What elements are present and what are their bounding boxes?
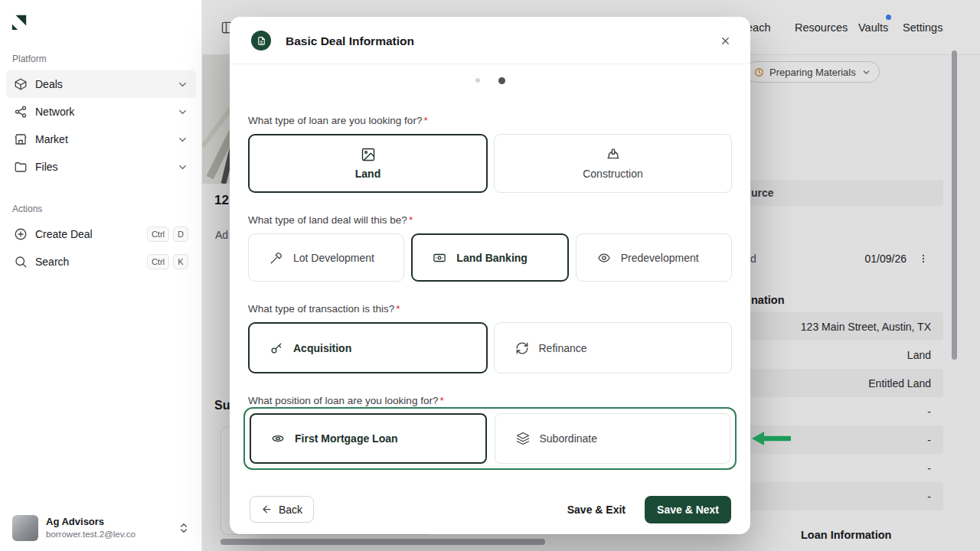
- user-name: Ag Advisors: [46, 516, 136, 529]
- network-icon: [14, 105, 28, 119]
- banknote-icon: [433, 251, 446, 265]
- option-label: Lot Development: [293, 252, 374, 264]
- shortcut-key: D: [173, 227, 188, 242]
- shortcut-key: Ctrl: [147, 227, 169, 242]
- market-icon: [14, 132, 28, 146]
- sidebar-item-label: Market: [35, 133, 68, 145]
- chevron-down-icon: [177, 106, 188, 118]
- question-loan-type-label: What type of loan are you looking for?*: [248, 115, 428, 126]
- option-label: First Mortgage Loan: [295, 432, 398, 445]
- question-loan-position-label: What position of loan are you looking fo…: [248, 395, 444, 406]
- required-marker: *: [423, 115, 427, 126]
- basic-deal-info-modal: Basic Deal Information What type of loan…: [230, 17, 750, 534]
- chevron-down-icon: [177, 134, 188, 145]
- question-land-deal-label: What type of land deal will this be?*: [248, 214, 413, 226]
- option-label: Refinance: [539, 342, 587, 354]
- option-first-mortgage-loan[interactable]: First Mortgage Loan: [250, 413, 487, 464]
- sidebar-item-market[interactable]: Market: [6, 126, 196, 153]
- chevrons-up-down-icon: [178, 522, 190, 534]
- platform-section-label: Platform: [12, 54, 47, 64]
- sidebar-item-label: Files: [35, 161, 58, 173]
- key-icon: [270, 341, 283, 355]
- required-marker: *: [409, 214, 413, 226]
- back-button[interactable]: Back: [250, 496, 314, 523]
- avatar: [12, 515, 38, 541]
- option-label: Predevelopment: [621, 252, 699, 264]
- sidebar-item-deals[interactable]: Deals: [6, 70, 196, 98]
- user-menu[interactable]: Ag Advisors borrower.test.2@lev.co: [6, 510, 196, 546]
- required-marker: *: [439, 395, 443, 406]
- required-marker: *: [396, 303, 400, 315]
- option-construction[interactable]: Construction: [494, 134, 732, 193]
- eye-icon: [597, 251, 611, 265]
- sidebar-item-network[interactable]: Network: [6, 98, 196, 126]
- search-button[interactable]: Search Ctrl K: [6, 248, 196, 276]
- option-land[interactable]: Land: [248, 134, 488, 193]
- create-deal-button[interactable]: Create Deal Ctrl D: [6, 220, 196, 248]
- app-logo-icon[interactable]: [11, 14, 28, 31]
- option-label: Subordinate: [540, 432, 598, 445]
- save-exit-button[interactable]: Save & Exit: [567, 496, 626, 523]
- option-label: Land Banking: [456, 252, 528, 264]
- shortcut-key: K: [173, 254, 188, 269]
- sidebar-item-files[interactable]: Files: [6, 153, 196, 181]
- loan-type-options: Land Construction: [248, 134, 732, 193]
- actions-section-label: Actions: [12, 204, 42, 214]
- step-indicator: [230, 75, 750, 86]
- axe-icon: [270, 251, 283, 265]
- user-email: borrower.test.2@lev.co: [46, 529, 136, 540]
- plus-circle-icon: [14, 227, 28, 241]
- deals-icon: [14, 77, 28, 91]
- sidebar: Platform Deals Network Market Files Acti…: [0, 0, 202, 551]
- option-lot-development[interactable]: Lot Development: [248, 233, 404, 282]
- option-label: Land: [355, 168, 381, 180]
- modal-title: Basic Deal Information: [286, 34, 414, 48]
- option-refinance[interactable]: Refinance: [494, 322, 733, 373]
- chevron-down-icon: [177, 79, 188, 90]
- step-dot: [475, 78, 480, 83]
- option-predevelopment[interactable]: Predevelopment: [576, 233, 732, 282]
- search-label: Search: [35, 256, 69, 268]
- close-icon: [720, 35, 731, 47]
- question-transaction-label: What type of transaction is this?*: [248, 303, 400, 315]
- step-dot-active: [498, 77, 505, 84]
- land-deal-options: Lot Development Land Banking Predevelopm…: [248, 233, 732, 282]
- shortcut-key: Ctrl: [147, 254, 169, 269]
- coin-icon: [271, 432, 285, 445]
- annotation-arrow: [746, 423, 800, 454]
- sidebar-item-label: Network: [35, 106, 74, 118]
- folder-icon: [14, 160, 28, 174]
- transaction-options: Acquisition Refinance: [248, 322, 732, 373]
- loan-position-highlight-group: First Mortgage Loan Subordinate: [243, 407, 737, 470]
- construction-hat-icon: [606, 147, 621, 162]
- create-deal-label: Create Deal: [35, 228, 93, 240]
- deal-document-icon: [251, 31, 271, 51]
- land-image-icon: [361, 147, 376, 162]
- back-label: Back: [279, 504, 302, 516]
- search-icon: [14, 255, 28, 269]
- option-label: Construction: [583, 168, 643, 180]
- modal-header: Basic Deal Information: [230, 17, 750, 64]
- option-acquisition[interactable]: Acquisition: [248, 322, 488, 373]
- arrow-left-icon: [261, 504, 273, 515]
- chevron-down-icon: [177, 161, 188, 173]
- layers-icon: [516, 432, 530, 445]
- option-subordinate[interactable]: Subordinate: [495, 413, 731, 464]
- close-button[interactable]: [717, 32, 733, 49]
- save-next-button[interactable]: Save & Next: [645, 496, 731, 523]
- sidebar-item-label: Deals: [35, 78, 63, 90]
- option-land-banking[interactable]: Land Banking: [411, 233, 568, 282]
- option-label: Acquisition: [293, 342, 351, 354]
- refinance-icon: [515, 341, 529, 355]
